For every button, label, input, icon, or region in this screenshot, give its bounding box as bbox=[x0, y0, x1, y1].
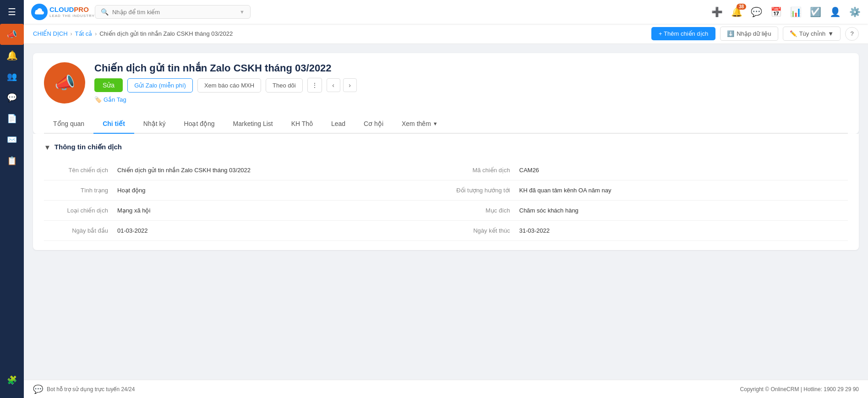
info-grid: Tên chiến dịch Chiến dịch gửi tin nhắn Z… bbox=[44, 160, 848, 241]
info-row-ma-chien-dich: Mã chiến dịch CAM26 bbox=[446, 160, 848, 180]
settings-icon[interactable]: ⚙️ bbox=[849, 6, 861, 17]
value-loai-chien-dich: Mạng xã hội bbox=[117, 207, 446, 214]
info-row-loai-chien-dich: Loại chiến dịch Mạng xã hội bbox=[44, 201, 446, 221]
label-ngay-ket-thuc: Ngày kết thúc bbox=[446, 227, 519, 234]
task-icon[interactable]: ☑️ bbox=[810, 6, 821, 17]
campaign-title: Chiến dịch gửi tin nhắn Zalo CSKH tháng … bbox=[94, 62, 848, 74]
search-icon: 🔍 bbox=[101, 8, 109, 16]
sidebar-item-chat[interactable]: 💬 bbox=[0, 87, 24, 108]
info-row-ngay-ket-thuc: Ngày kết thúc 31-03-2022 bbox=[446, 221, 848, 241]
edit-button[interactable]: Sửa bbox=[94, 78, 123, 92]
tab-chi-tiet[interactable]: Chi tiết bbox=[93, 114, 134, 134]
value-ten-chien-dich: Chiến dịch gửi tin nhắn Zalo CSKH tháng … bbox=[117, 167, 446, 174]
info-right-column: Mã chiến dịch CAM26 Đối tượng hướng tới … bbox=[446, 160, 848, 241]
info-row-doi-tuong: Đối tượng hướng tới KH đã quan tâm kênh … bbox=[446, 180, 848, 201]
tab-xem-them[interactable]: Xem thêm ▼ bbox=[393, 114, 447, 134]
info-row-ngay-bat-dau: Ngày bắt đầu 01-03-2022 bbox=[44, 221, 446, 241]
sidebar-item-megaphone[interactable]: 📣 bbox=[0, 24, 24, 45]
label-ngay-bat-dau: Ngày bắt đầu bbox=[44, 227, 117, 234]
chart-icon[interactable]: 📊 bbox=[790, 6, 802, 17]
document-icon: 📄 bbox=[7, 114, 17, 124]
user-icon[interactable]: 👤 bbox=[830, 6, 841, 17]
avatar-icon: 📣 bbox=[55, 73, 75, 93]
breadcrumb-all[interactable]: Tất cả bbox=[75, 30, 93, 37]
sidebar-item-list[interactable]: 📋 bbox=[0, 150, 24, 171]
campaign-info: Chiến dịch gửi tin nhắn Zalo CSKH tháng … bbox=[94, 62, 848, 103]
section-collapse-icon[interactable]: ▼ bbox=[44, 143, 51, 151]
notification-icon[interactable]: 🔔 38 bbox=[731, 6, 742, 17]
send-zalo-button[interactable]: Gửi Zalo (miễn phí) bbox=[127, 78, 193, 93]
breadcrumb-actions: + Thêm chiến dịch ⬇️ Nhập dữ liệu ✏️ Tùy… bbox=[651, 27, 859, 41]
value-ma-chien-dich: CAM26 bbox=[519, 167, 848, 174]
follow-button[interactable]: Theo dõi bbox=[266, 78, 303, 93]
tab-hoat-dong[interactable]: Hoạt động bbox=[175, 114, 224, 134]
sidebar-item-plugin[interactable]: 🧩 bbox=[0, 370, 24, 380]
import-data-button[interactable]: ⬇️ Nhập dữ liệu bbox=[720, 27, 778, 41]
xem-them-icon: ▼ bbox=[433, 121, 438, 126]
sidebar-item-notification[interactable]: 🔔 bbox=[0, 45, 24, 66]
campaign-header-card: 📣 Chiến dịch gửi tin nhắn Zalo CSKH thán… bbox=[33, 53, 859, 134]
label-muc-dich: Mục đích bbox=[446, 207, 519, 214]
next-arrow-button[interactable]: › bbox=[343, 78, 357, 92]
campaign-top: 📣 Chiến dịch gửi tin nhắn Zalo CSKH thán… bbox=[44, 62, 848, 111]
main-content: 📣 Chiến dịch gửi tin nhắn Zalo CSKH thán… bbox=[24, 44, 868, 380]
hamburger-menu[interactable]: ☰ bbox=[0, 0, 24, 24]
more-icon: ⋮ bbox=[311, 82, 318, 89]
top-navigation: CLOUDPRO LEAD THE INDUSTRY 🔍 ▼ ➕ 🔔 38 💬 … bbox=[24, 0, 868, 24]
search-input[interactable] bbox=[112, 9, 236, 16]
section-title-text: Thông tin chiến dịch bbox=[55, 143, 122, 151]
tab-tong-quan[interactable]: Tổng quan bbox=[44, 114, 93, 134]
hamburger-icon: ☰ bbox=[8, 6, 16, 17]
customize-icon: ✏️ bbox=[790, 30, 797, 37]
message-icon[interactable]: 💬 bbox=[751, 6, 762, 17]
add-campaign-button[interactable]: + Thêm chiến dịch bbox=[651, 27, 715, 40]
detail-section: ▼ Thông tin chiến dịch Tên chiến dịch Ch… bbox=[33, 134, 859, 250]
calendar-icon[interactable]: 📅 bbox=[770, 6, 782, 17]
import-label: Nhập dữ liệu bbox=[737, 30, 771, 37]
logo-area: CLOUDPRO LEAD THE INDUSTRY bbox=[31, 4, 95, 20]
add-icon[interactable]: ➕ bbox=[711, 6, 723, 17]
campaign-actions: Sửa Gửi Zalo (miễn phí) Xem báo cáo MXH … bbox=[94, 78, 848, 93]
logo-text: CLOUDPRO LEAD THE INDUSTRY bbox=[49, 6, 95, 18]
cloud-icon bbox=[31, 4, 48, 20]
nav-arrows: ‹ › bbox=[327, 78, 357, 92]
import-icon: ⬇️ bbox=[727, 30, 734, 37]
tab-lead[interactable]: Lead bbox=[322, 114, 355, 134]
breadcrumb-sep2: › bbox=[95, 31, 97, 37]
tab-kh-tho[interactable]: KH Thô bbox=[282, 114, 322, 134]
gan-tag-label: Gắn Tag bbox=[104, 96, 126, 103]
info-row-muc-dich: Mục đích Chăm sóc khách hàng bbox=[446, 201, 848, 221]
tab-nhat-ky[interactable]: Nhật ký bbox=[134, 114, 175, 134]
more-options-button[interactable]: ⋮ bbox=[307, 78, 322, 93]
tab-co-hoi[interactable]: Cơ hội bbox=[355, 114, 393, 134]
campaign-avatar: 📣 bbox=[44, 62, 85, 104]
view-report-button[interactable]: Xem báo cáo MXH bbox=[197, 78, 261, 93]
gan-tag[interactable]: 🏷️ Gắn Tag bbox=[94, 96, 848, 103]
search-dropdown-icon[interactable]: ▼ bbox=[240, 9, 245, 15]
help-icon: ? bbox=[850, 30, 853, 37]
customize-button[interactable]: ✏️ Tùy chỉnh ▼ bbox=[783, 27, 841, 41]
prev-arrow-button[interactable]: ‹ bbox=[327, 78, 340, 92]
customize-dropdown-icon: ▼ bbox=[828, 30, 834, 37]
info-row-ten-chien-dich: Tên chiến dịch Chiến dịch gửi tin nhắn Z… bbox=[44, 160, 446, 180]
label-loai-chien-dich: Loại chiến dịch bbox=[44, 207, 117, 214]
tab-marketing-list[interactable]: Marketing List bbox=[224, 114, 282, 134]
sidebar-item-document[interactable]: 📄 bbox=[0, 108, 24, 129]
users-icon: 👥 bbox=[7, 71, 17, 82]
sidebar: ☰ 📣 🔔 👥 💬 📄 ✉️ 📋 🧩 bbox=[0, 0, 24, 380]
breadcrumb-bar: CHIẾN DỊCH › Tất cả › Chiến dịch gửi tin… bbox=[24, 24, 868, 44]
sidebar-item-users[interactable]: 👥 bbox=[0, 66, 24, 87]
label-doi-tuong: Đối tượng hướng tới bbox=[446, 187, 519, 194]
section-title: ▼ Thông tin chiến dịch bbox=[44, 143, 848, 151]
value-muc-dich: Chăm sóc khách hàng bbox=[519, 207, 848, 214]
help-button[interactable]: ? bbox=[845, 27, 859, 41]
value-ngay-ket-thuc: 31-03-2022 bbox=[519, 227, 848, 234]
tag-icon: 🏷️ bbox=[94, 96, 102, 103]
breadcrumb-sep1: › bbox=[71, 31, 72, 37]
sidebar-item-email[interactable]: ✉️ bbox=[0, 129, 24, 150]
list-icon: 📋 bbox=[7, 156, 17, 166]
nav-icons: ➕ 🔔 38 💬 📅 📊 ☑️ 👤 ⚙️ bbox=[711, 6, 861, 17]
search-bar[interactable]: 🔍 ▼ bbox=[95, 5, 251, 19]
tabs-bar: Tổng quan Chi tiết Nhật ký Hoạt động Mar… bbox=[44, 114, 848, 134]
breadcrumb-root[interactable]: CHIẾN DỊCH bbox=[33, 30, 68, 37]
